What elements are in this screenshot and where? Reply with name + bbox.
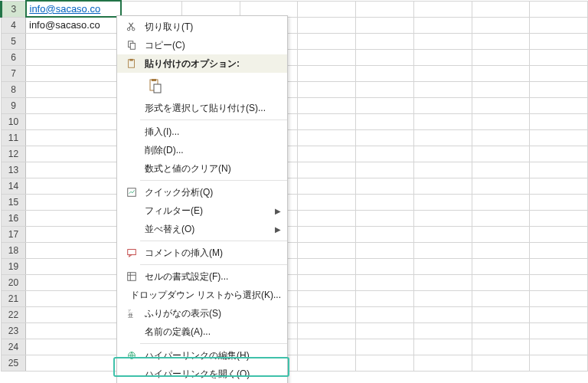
row-header[interactable]: 21 xyxy=(2,290,26,306)
cell[interactable] xyxy=(121,1,182,17)
menu-label: コメントの挿入(M) xyxy=(140,247,281,260)
menu-cut[interactable]: 切り取り(T) xyxy=(117,18,287,36)
cell-A4[interactable]: info@sacaso.co xyxy=(26,17,121,33)
menu-label: 切り取り(T) xyxy=(140,21,281,34)
scissors-icon xyxy=(123,21,140,32)
quick-analysis-icon xyxy=(123,187,140,198)
menu-separator xyxy=(140,264,287,265)
cell[interactable] xyxy=(530,1,588,17)
row-header[interactable]: 4 xyxy=(2,17,26,33)
menu-format-cells[interactable]: セルの書式設定(F)... xyxy=(117,267,287,286)
svg-rect-8 xyxy=(154,84,161,93)
svg-rect-5 xyxy=(129,59,132,61)
row-header[interactable]: 12 xyxy=(2,146,26,162)
row-header[interactable]: 13 xyxy=(2,162,26,178)
menu-label: セルの書式設定(F)... xyxy=(140,270,281,283)
row-header[interactable]: 3 xyxy=(2,1,26,17)
menu-label: フィルター(E) xyxy=(140,205,272,218)
menu-label: ハイパーリンクの編集(H)... xyxy=(140,349,281,362)
row-header[interactable]: 7 xyxy=(2,65,26,81)
copy-icon xyxy=(123,40,140,51)
cell[interactable] xyxy=(181,1,240,17)
cell[interactable] xyxy=(298,1,356,17)
menu-separator xyxy=(140,180,287,181)
row-header[interactable]: 20 xyxy=(2,274,26,290)
paste-options-row xyxy=(117,73,287,99)
menu-pick-from-dropdown[interactable]: ドロップダウン リストから選択(K)... xyxy=(117,286,287,304)
svg-text:亜: 亜 xyxy=(128,313,133,318)
comment-icon xyxy=(123,247,140,258)
menu-insert-comment[interactable]: コメントの挿入(M) xyxy=(117,244,287,262)
svg-rect-3 xyxy=(130,43,135,49)
menu-label: 貼り付けのオプション: xyxy=(140,57,281,70)
menu-label: 形式を選択して貼り付け(S)... xyxy=(140,102,281,115)
menu-clear-contents[interactable]: 数式と値のクリア(N) xyxy=(117,159,287,178)
menu-show-furigana[interactable]: ア亜 ふりがなの表示(S) xyxy=(117,304,287,322)
row-header[interactable]: 19 xyxy=(2,258,26,274)
menu-define-name[interactable]: 名前の定義(A)... xyxy=(117,322,287,341)
furigana-icon: ア亜 xyxy=(123,308,140,319)
row-header[interactable]: 18 xyxy=(2,242,26,258)
row-header[interactable]: 16 xyxy=(2,210,26,226)
svg-point-0 xyxy=(127,28,130,31)
row-header[interactable]: 11 xyxy=(2,129,26,146)
menu-label: ドロップダウン リストから選択(K)... xyxy=(126,289,281,302)
clipboard-icon xyxy=(123,58,140,69)
menu-label: 挿入(I)... xyxy=(140,126,281,139)
svg-rect-7 xyxy=(152,79,156,81)
cell-A3[interactable]: info@sacaso.co xyxy=(26,1,121,17)
menu-insert[interactable]: 挿入(I)... xyxy=(117,123,287,141)
spreadsheet-grid[interactable]: 3info@sacaso.co 4info@sacaso.co 5 6 7 8 … xyxy=(0,0,588,383)
row-header[interactable]: 15 xyxy=(2,194,26,210)
row-4: 4info@sacaso.co xyxy=(2,17,588,33)
menu-copy[interactable]: コピー(C) xyxy=(117,36,287,54)
menu-paste-options-header: 貼り付けのオプション: xyxy=(117,54,287,73)
format-cells-icon xyxy=(123,271,140,282)
cell[interactable] xyxy=(356,1,414,17)
submenu-arrow-icon: ▶ xyxy=(272,207,281,215)
row-header[interactable]: 9 xyxy=(2,97,26,113)
menu-separator xyxy=(140,241,287,241)
menu-label: 名前の定義(A)... xyxy=(140,326,281,339)
cell[interactable] xyxy=(240,1,298,17)
menu-label: 数式と値のクリア(N) xyxy=(140,162,281,175)
context-menu: 切り取り(T) コピー(C) 貼り付けのオプション: 形式を選択して貼り付け(S… xyxy=(116,15,288,383)
cell[interactable] xyxy=(472,1,530,17)
menu-label: 並べ替え(O) xyxy=(140,223,272,236)
row-3: 3info@sacaso.co xyxy=(2,1,588,17)
svg-rect-10 xyxy=(128,250,136,255)
menu-label: ふりがなの表示(S) xyxy=(140,307,281,320)
svg-rect-11 xyxy=(128,273,136,281)
svg-point-1 xyxy=(132,28,135,31)
row-header[interactable]: 25 xyxy=(2,355,26,371)
menu-paste-special[interactable]: 形式を選択して貼り付け(S)... xyxy=(117,99,287,117)
row-header[interactable]: 10 xyxy=(2,113,26,129)
row-header[interactable]: 23 xyxy=(2,322,26,339)
menu-label: ハイパーリンクを開く(O) xyxy=(140,368,281,381)
row-header[interactable]: 5 xyxy=(2,33,26,49)
menu-quick-analysis[interactable]: クイック分析(Q) xyxy=(117,183,287,201)
row-header[interactable]: 8 xyxy=(2,81,26,97)
menu-delete[interactable]: 削除(D)... xyxy=(117,141,287,159)
menu-open-hyperlink[interactable]: ハイパーリンクを開く(O) xyxy=(117,365,287,383)
menu-separator xyxy=(140,343,287,344)
menu-label: コピー(C) xyxy=(140,39,281,52)
menu-sort[interactable]: 並べ替え(O)▶ xyxy=(117,220,287,238)
menu-separator xyxy=(140,119,287,120)
row-header[interactable]: 17 xyxy=(2,226,26,242)
menu-label: クイック分析(Q) xyxy=(140,186,281,199)
row-header[interactable]: 6 xyxy=(2,49,26,65)
hyperlink-icon xyxy=(123,350,140,361)
submenu-arrow-icon: ▶ xyxy=(272,225,281,234)
menu-label: 削除(D)... xyxy=(140,144,281,157)
row-header[interactable]: 14 xyxy=(2,178,26,194)
paste-default-button[interactable] xyxy=(145,76,166,96)
row-header[interactable]: 22 xyxy=(2,306,26,322)
row-header[interactable]: 24 xyxy=(2,339,26,355)
menu-filter[interactable]: フィルター(E)▶ xyxy=(117,201,287,220)
cell[interactable] xyxy=(413,1,472,17)
menu-edit-hyperlink[interactable]: ハイパーリンクの編集(H)... xyxy=(117,346,287,365)
